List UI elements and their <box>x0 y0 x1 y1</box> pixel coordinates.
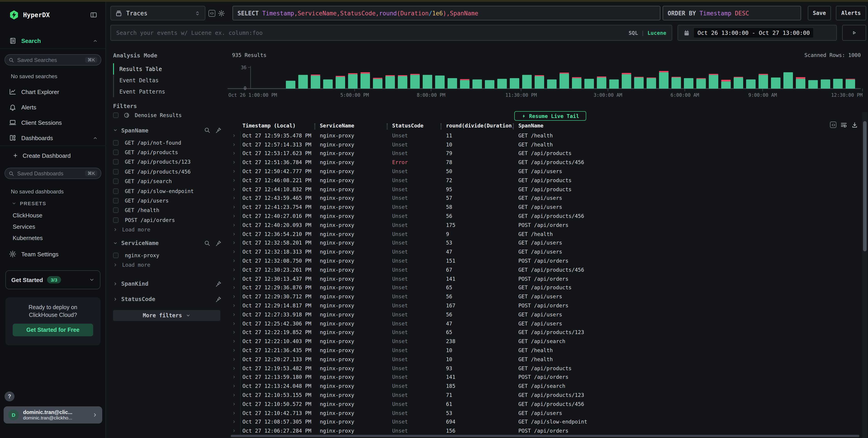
filter-option[interactable]: POST /api/orders <box>113 215 222 225</box>
brand[interactable]: HyperDX <box>9 10 50 20</box>
alerts-button[interactable]: Alerts <box>836 6 866 20</box>
table-row[interactable]: Oct 27 12:51:36.784 PM nginx-proxy Error… <box>227 158 864 167</box>
table-row[interactable]: Oct 27 12:27:33.918 PM nginx-proxy Unset… <box>227 310 864 319</box>
checkbox[interactable] <box>113 149 119 155</box>
expand-row-icon[interactable] <box>232 223 236 227</box>
results-histogram[interactable]: 360Oct 26 1:00:00 PM5:00:00 PM8:00:00 PM… <box>227 62 868 100</box>
vertical-scrollbar-thumb[interactable] <box>863 121 867 251</box>
expand-row-icon[interactable] <box>232 429 236 433</box>
column-header[interactable]: Timestamp (Local) <box>243 123 296 129</box>
lang-lucene-toggle[interactable]: Lucene <box>648 30 666 36</box>
expand-row-icon[interactable] <box>232 348 236 352</box>
filter-option[interactable]: GET /api/users <box>113 196 222 206</box>
table-row[interactable]: Oct 27 12:08:57.305 PM nginx-proxy Unset… <box>227 417 864 427</box>
expand-row-icon[interactable] <box>232 169 236 173</box>
expand-row-icon[interactable] <box>232 402 236 406</box>
table-row[interactable]: Oct 27 12:30:13.437 PM nginx-proxy Unset… <box>227 274 864 283</box>
get-started-box[interactable]: Get Started 3/3 <box>5 270 100 289</box>
table-row[interactable]: Oct 27 12:06:27.284 PM nginx-proxy Unset… <box>227 427 864 436</box>
column-header[interactable]: ServiceName <box>320 123 354 129</box>
table-row[interactable]: Oct 27 12:59:35.478 PM nginx-proxy Unset… <box>227 131 864 140</box>
sidebar-item-alerts[interactable]: Alerts <box>9 103 98 111</box>
save-button[interactable]: Save <box>808 6 831 20</box>
table-row[interactable]: Oct 27 12:22:19.852 PM nginx-proxy Unset… <box>227 328 864 337</box>
checkbox[interactable] <box>113 112 119 118</box>
column-header[interactable]: StatusCode <box>392 123 424 129</box>
expand-row-icon[interactable] <box>232 322 236 326</box>
filter-option[interactable]: GET /api/products/123 <box>113 157 222 167</box>
resume-live-tail-button[interactable]: Resume Live Tail <box>514 111 586 121</box>
expand-row-icon[interactable] <box>232 312 236 317</box>
filter-option[interactable]: GET /api/products <box>113 147 222 157</box>
expand-row-icon[interactable] <box>232 241 236 245</box>
pin-icon[interactable] <box>215 240 222 246</box>
filter-option[interactable]: GET /api/products/456 <box>113 167 222 176</box>
table-row[interactable]: Oct 27 12:13:59.180 PM nginx-proxy Unset… <box>227 373 864 382</box>
column-header[interactable]: SpanName <box>518 123 544 129</box>
table-row[interactable]: Oct 27 12:43:59.465 PM nginx-proxy Unset… <box>227 194 864 203</box>
expand-row-icon[interactable] <box>232 420 236 424</box>
table-row[interactable]: Oct 27 12:57:14.313 PM nginx-proxy Unset… <box>227 140 864 149</box>
checkbox[interactable] <box>113 253 119 258</box>
select-query-input[interactable]: SELECT Timestamp,ServiceName,StatusCode,… <box>232 6 660 20</box>
analysis-mode-event-deltas[interactable]: Event Deltas <box>113 75 222 86</box>
table-row[interactable]: Oct 27 12:19:53.482 PM nginx-proxy Unset… <box>227 364 864 373</box>
pin-icon[interactable] <box>215 296 222 302</box>
expand-row-icon[interactable] <box>232 259 236 263</box>
expand-row-icon[interactable] <box>232 393 236 397</box>
expand-row-icon[interactable] <box>232 330 236 335</box>
analysis-mode-results-table[interactable]: Results Table <box>113 63 222 75</box>
expand-row-icon[interactable] <box>232 357 236 361</box>
filter-section-header-SpanKind[interactable]: SpanKind <box>113 278 222 289</box>
sidebar-item-dashboards[interactable]: Dashboards <box>9 134 98 142</box>
expand-row-icon[interactable] <box>232 205 236 209</box>
sidebar-item-client-sessions[interactable]: Client Sessions <box>9 119 98 127</box>
denoise-checkbox-row[interactable]: Denoise Results <box>113 112 222 119</box>
table-row[interactable]: Oct 27 12:10:42.713 PM nginx-proxy Unset… <box>227 408 864 417</box>
checkbox[interactable] <box>113 217 119 223</box>
sidebar-item-search[interactable]: Search <box>9 36 98 45</box>
checkbox[interactable] <box>113 159 119 165</box>
expand-row-icon[interactable] <box>232 384 236 388</box>
expand-row-icon[interactable] <box>232 232 236 236</box>
help-button[interactable]: ? <box>4 392 14 401</box>
pin-icon[interactable] <box>215 281 222 287</box>
filter-option[interactable]: GET /api/not-found <box>113 138 222 147</box>
table-row[interactable]: Oct 27 12:50:42.777 PM nginx-proxy Unset… <box>227 167 864 176</box>
expand-row-icon[interactable] <box>232 295 236 299</box>
filter-option[interactable]: GET /api/slow-endpoint <box>113 186 222 196</box>
user-menu[interactable]: D dominic.tran@clic... dominic.tran@clic… <box>4 406 102 424</box>
analysis-mode-event-patterns[interactable]: Event Patterns <box>113 86 222 97</box>
checkbox[interactable] <box>113 198 119 203</box>
table-row[interactable]: Oct 27 12:46:08.221 PM nginx-proxy Unset… <box>227 176 864 185</box>
expand-row-icon[interactable] <box>232 304 236 308</box>
expand-row-icon[interactable] <box>232 375 236 379</box>
get-started-free-button[interactable]: Get Started for Free <box>13 324 93 336</box>
expand-row-icon[interactable] <box>232 196 236 200</box>
load-more[interactable]: Load more <box>113 260 222 269</box>
table-row[interactable]: Oct 27 12:32:58.201 PM nginx-proxy Unset… <box>227 238 864 247</box>
table-row[interactable]: Oct 27 12:32:18.313 PM nginx-proxy Unset… <box>227 247 864 257</box>
sidebar-collapse-button[interactable] <box>90 11 98 19</box>
column-header[interactable]: round(divide(Duration, <box>446 123 513 129</box>
expand-row-icon[interactable] <box>232 286 236 290</box>
table-row[interactable]: Oct 27 12:53:17.623 PM nginx-proxy Unset… <box>227 149 864 158</box>
table-row[interactable]: Oct 27 12:13:24.048 PM nginx-proxy Unset… <box>227 382 864 391</box>
expand-row-icon[interactable] <box>232 142 236 146</box>
sidebar-item-team-settings[interactable]: Team Settings <box>9 250 98 258</box>
expand-row-icon[interactable] <box>232 187 236 191</box>
filter-option[interactable]: GET /health <box>113 205 222 215</box>
expand-row-icon[interactable] <box>232 250 236 254</box>
table-row[interactable]: Oct 27 12:21:36.435 PM nginx-proxy Unset… <box>227 346 864 355</box>
column-resize-handle[interactable] <box>387 124 388 129</box>
pin-icon[interactable] <box>215 127 222 133</box>
column-resize-handle[interactable] <box>440 124 441 129</box>
table-row[interactable]: Oct 27 12:22:10.403 PM nginx-proxy Unset… <box>227 337 864 346</box>
run-query-button[interactable] <box>842 25 866 41</box>
load-more[interactable]: Load more <box>113 225 222 234</box>
table-row[interactable]: Oct 27 12:30:23.261 PM nginx-proxy Unset… <box>227 265 864 274</box>
table-row[interactable]: Oct 27 12:29:30.712 PM nginx-proxy Unset… <box>227 292 864 301</box>
filter-section-header-SpanName[interactable]: SpanName <box>113 125 222 136</box>
column-resize-handle[interactable] <box>314 124 315 129</box>
expand-row-icon[interactable] <box>232 339 236 343</box>
